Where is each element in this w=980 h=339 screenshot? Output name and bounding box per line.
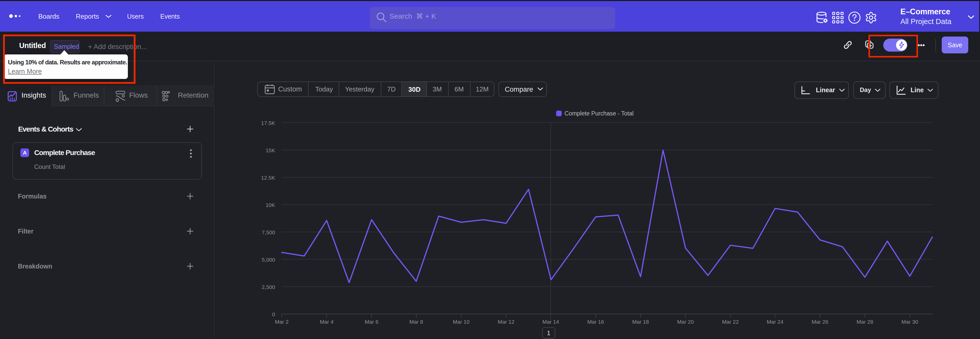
svg-text:Mar 8: Mar 8 (409, 319, 423, 325)
svg-text:Mar 14: Mar 14 (542, 319, 559, 325)
svg-text:Mar 26: Mar 26 (811, 319, 828, 325)
svg-text:Mar 24: Mar 24 (767, 319, 783, 325)
svg-text:Mar 4: Mar 4 (320, 319, 334, 325)
svg-text:Mar 28: Mar 28 (856, 319, 873, 325)
svg-text:Mar 18: Mar 18 (632, 319, 649, 325)
svg-text:5,000: 5,000 (262, 257, 275, 262)
svg-text:10K: 10K (266, 202, 275, 208)
svg-text:17.5K: 17.5K (261, 120, 275, 126)
svg-text:7,500: 7,500 (262, 229, 275, 235)
svg-text:2,500: 2,500 (262, 284, 275, 290)
svg-text:Mar 6: Mar 6 (365, 319, 379, 325)
svg-text:Mar 30: Mar 30 (901, 319, 918, 325)
svg-text:Mar 22: Mar 22 (722, 319, 738, 325)
svg-text:Mar 2: Mar 2 (275, 319, 289, 325)
svg-text:Mar 10: Mar 10 (453, 319, 469, 325)
svg-text:12.5K: 12.5K (261, 175, 275, 181)
svg-text:15K: 15K (266, 147, 275, 153)
svg-text:0: 0 (272, 312, 275, 317)
svg-text:Mar 20: Mar 20 (677, 319, 694, 325)
svg-text:Mar 12: Mar 12 (498, 319, 514, 325)
svg-text:Mar 16: Mar 16 (587, 319, 604, 325)
